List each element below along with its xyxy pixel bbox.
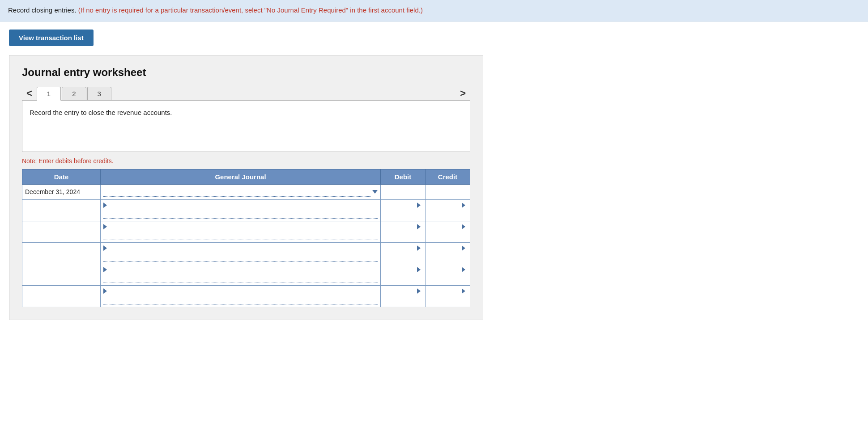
next-tab-button[interactable]: > (455, 89, 470, 98)
credit-input-1[interactable] (428, 209, 467, 218)
view-transaction-list-button[interactable]: View transaction list (9, 30, 94, 46)
row-arrow-icon-3 (103, 245, 107, 251)
table-header-row: Date General Journal Debit Credit (22, 169, 470, 184)
credit-cell-5[interactable] (425, 285, 470, 307)
header-debit: Debit (381, 169, 425, 184)
credit-input-5[interactable] (428, 295, 467, 304)
credit-cell-3[interactable] (425, 242, 470, 264)
date-cell-4 (22, 264, 101, 285)
credit-input-4[interactable] (428, 274, 467, 283)
debit-input-2[interactable] (383, 231, 422, 240)
instruction-main: Record closing entries. (8, 6, 77, 14)
credit-input-2[interactable] (428, 231, 467, 240)
worksheet-title: Journal entry worksheet (22, 66, 470, 79)
debit-cell-5[interactable] (381, 285, 425, 307)
general-journal-input-1[interactable] (103, 209, 378, 219)
general-journal-input-0[interactable] (103, 187, 370, 197)
instruction-bar: Record closing entries. (If no entry is … (0, 0, 868, 21)
general-journal-cell-5[interactable] (101, 285, 381, 307)
credit-arrow-icon-1 (462, 203, 465, 208)
debit-cell-0[interactable] (381, 184, 425, 199)
table-row (22, 285, 470, 307)
debit-arrow-icon-2 (417, 224, 421, 229)
tab-2[interactable]: 2 (62, 87, 86, 100)
debit-arrow-icon-3 (417, 245, 421, 251)
date-cell-5 (22, 285, 101, 307)
date-cell-3 (22, 242, 101, 264)
credit-arrow-icon-5 (462, 288, 465, 294)
credit-input-3[interactable] (428, 252, 467, 261)
credit-cell-1[interactable] (425, 199, 470, 221)
header-general-journal: General Journal (101, 169, 381, 184)
credit-arrow-icon-3 (462, 245, 465, 251)
credit-cell-0[interactable] (425, 184, 470, 199)
general-journal-cell-3[interactable] (101, 242, 381, 264)
worksheet-body: Record the entry to close the revenue ac… (22, 100, 470, 152)
debit-arrow-icon-1 (417, 203, 421, 208)
instruction-highlight: (If no entry is required for a particula… (77, 6, 423, 14)
row-arrow-icon-5 (103, 288, 107, 294)
table-row: December 31, 2024 (22, 184, 470, 199)
general-journal-cell-2[interactable] (101, 221, 381, 242)
tab-3[interactable]: 3 (87, 87, 111, 100)
date-cell-0: December 31, 2024 (22, 184, 101, 199)
debit-cell-4[interactable] (381, 264, 425, 285)
general-journal-cell-4[interactable] (101, 264, 381, 285)
row-arrow-icon-4 (103, 267, 107, 272)
header-credit: Credit (425, 169, 470, 184)
credit-arrow-icon-4 (462, 267, 465, 272)
debit-cell-3[interactable] (381, 242, 425, 264)
main-content: View transaction list Journal entry work… (0, 21, 868, 328)
tab-1[interactable]: 1 (37, 87, 61, 101)
date-cell-2 (22, 221, 101, 242)
debit-input-3[interactable] (383, 252, 422, 261)
dropdown-arrow-icon-0[interactable] (372, 190, 378, 194)
table-row (22, 242, 470, 264)
date-cell-1 (22, 199, 101, 221)
general-journal-input-3[interactable] (103, 252, 378, 262)
credit-cell-4[interactable] (425, 264, 470, 285)
debit-cell-2[interactable] (381, 221, 425, 242)
note-text: Note: Enter debits before credits. (22, 157, 470, 165)
debit-input-5[interactable] (383, 295, 422, 304)
debit-arrow-icon-4 (417, 267, 421, 272)
debit-arrow-icon-5 (417, 288, 421, 294)
debit-input-4[interactable] (383, 274, 422, 283)
general-journal-cell-1[interactable] (101, 199, 381, 221)
table-row (22, 264, 470, 285)
row-arrow-icon-2 (103, 224, 107, 229)
credit-cell-2[interactable] (425, 221, 470, 242)
general-journal-cell-0[interactable] (101, 184, 381, 199)
journal-table: Date General Journal Debit Credit Decemb… (22, 169, 470, 307)
general-journal-input-2[interactable] (103, 231, 378, 240)
entry-description: Record the entry to close the revenue ac… (30, 109, 463, 144)
table-row (22, 221, 470, 242)
tabs-nav: < 1 2 3 > (22, 87, 470, 101)
credit-input-0[interactable] (428, 187, 467, 196)
general-journal-input-4[interactable] (103, 274, 378, 283)
row-arrow-icon-1 (103, 203, 107, 208)
table-row (22, 199, 470, 221)
credit-arrow-icon-2 (462, 224, 465, 229)
general-journal-input-5[interactable] (103, 295, 378, 304)
prev-tab-button[interactable]: < (22, 89, 37, 98)
debit-input-0[interactable] (383, 187, 422, 196)
debit-cell-1[interactable] (381, 199, 425, 221)
header-date: Date (22, 169, 101, 184)
debit-input-1[interactable] (383, 209, 422, 218)
worksheet-container: Journal entry worksheet < 1 2 3 > Record… (9, 55, 483, 320)
